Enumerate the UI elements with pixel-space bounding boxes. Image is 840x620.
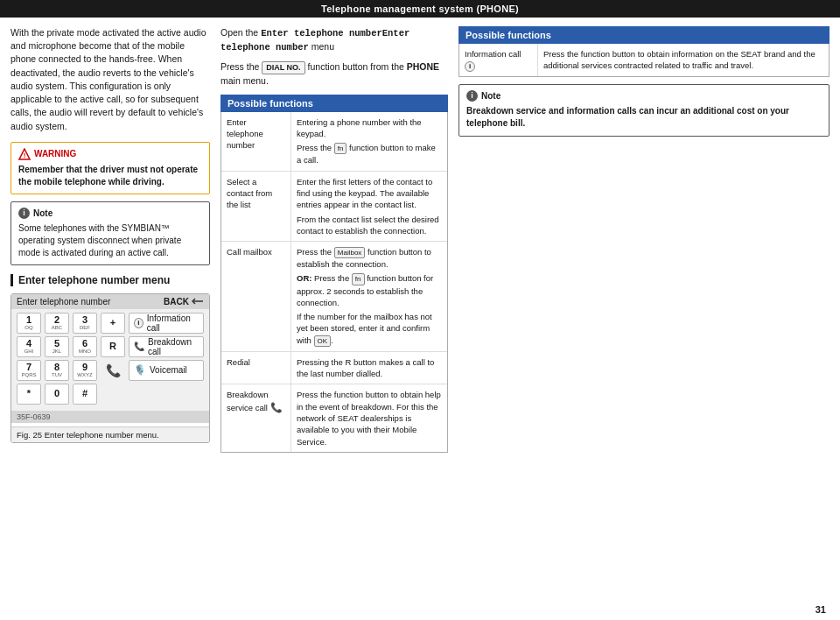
key-7[interactable]: 7PQRS [17, 360, 41, 381]
note-text-left: Some telephones with the SYMBIAN™ operat… [18, 222, 202, 259]
note-label-left: Note [33, 208, 52, 218]
warning-label: WARNING [34, 149, 76, 159]
phone-ui-header: Enter telephone number BACK [11, 294, 209, 309]
voicemail-label: Voicemail [150, 365, 187, 375]
svg-text:📞: 📞 [106, 363, 122, 378]
pf-right-breakdown-svc: Press the function button to obtain help… [291, 384, 447, 451]
pf-row-call-mailbox: Call mailbox Press the Mailbox function … [221, 242, 447, 352]
pf-row-enter-tel: Enter telephone number Entering a phone … [221, 112, 447, 172]
key-6[interactable]: 6MNO [73, 336, 97, 357]
fn-badge-1: fn [334, 143, 347, 154]
warning-header: ! WARNING [18, 148, 202, 160]
phone-call-icon-area: 📞 [101, 360, 125, 381]
keypad-row-2: 4GHI 5JKL 6MNO R 📞 Breakdown call [17, 336, 204, 357]
key-2[interactable]: 2ABC [45, 313, 69, 334]
open-enter-code: Enter telephone number [261, 28, 382, 39]
voicemail-button[interactable]: 🎙️ Voicemail [129, 360, 204, 381]
key-5[interactable]: 5JKL [45, 336, 69, 357]
pf-row-breakdown-svc: Breakdown serv­ice call 📞 Press the func… [221, 384, 447, 451]
key-8[interactable]: 8TUV [45, 360, 69, 381]
pf-right-redial: Pressing the R button makes a call to th… [291, 352, 447, 384]
pf-right-row-info-call: Information call i Press the function bu… [459, 44, 829, 76]
phone-ui-mockup: Enter telephone number BACK 1OQ 2ABC [10, 293, 210, 443]
mid-pf-header: Possible functions [220, 95, 448, 112]
page-number: 31 [816, 604, 826, 615]
note-text-right: Breakdown service and information calls … [466, 105, 822, 130]
key-4[interactable]: 4GHI [17, 336, 41, 357]
page-header: Telephone management system (PHONE) [0, 0, 840, 18]
right-pf-header: Possible functions [458, 26, 830, 44]
left-column: With the private mode activated the acti… [10, 26, 210, 609]
key-star[interactable]: * [17, 384, 41, 405]
note-label-right: Note [481, 91, 500, 101]
pf-right-select-contact: Enter the first letters of the contact t… [291, 172, 447, 241]
pf-left-select-contact: Select a contact from the list [221, 172, 291, 241]
note-icon-left: i [18, 208, 30, 219]
key-3[interactable]: 3DEF [73, 313, 97, 334]
pf-row-select-contact: Select a contact from the list Enter the… [221, 172, 447, 242]
open-enter-menu: menu [312, 41, 334, 52]
phone-ui-back[interactable]: BACK [164, 297, 204, 306]
press-label: Press the [220, 61, 262, 72]
svg-text:!: ! [24, 151, 26, 159]
mid-pf-table: Enter telephone number Entering a phone … [220, 112, 448, 453]
key-9[interactable]: 9WXYZ [73, 360, 97, 381]
pf-right-call-mailbox: Press the Mailbox function button to est… [291, 242, 447, 351]
breakdown-call-button[interactable]: 📞 Breakdown call [129, 336, 204, 357]
warning-text: Remember that the driver must not operat… [18, 164, 202, 188]
right-column: Possible functions Information call i Pr… [458, 26, 830, 609]
ref-code: 35F-0639 [17, 412, 51, 421]
breakdown-call-label: Breakdown call [148, 337, 199, 356]
back-arrow-icon [192, 297, 204, 306]
key-0[interactable]: 0 [45, 384, 69, 405]
call-icon: 📞 [101, 360, 125, 381]
ok-badge: OK [314, 335, 332, 347]
section-title: Enter telephone number menu [10, 274, 210, 286]
mid-column: Open the Enter telephone numberEnter tel… [220, 26, 448, 609]
key-hash[interactable]: # [73, 384, 97, 405]
end-call-area [101, 384, 125, 405]
keypad-row-4: * 0 # [17, 384, 204, 405]
header-title: Telephone management system (PHONE) [321, 4, 519, 14]
open-enter-heading: Open the Enter telephone numberEnter tel… [220, 26, 448, 53]
intro-text: With the private mode activated the acti… [10, 26, 210, 133]
note-icon-right: i [466, 90, 478, 102]
breakdown-call-icon: 📞 [134, 342, 144, 351]
note-header-right: i Note [466, 90, 822, 102]
info-call-button[interactable]: i Information call [129, 313, 204, 334]
pf-left-breakdown-svc: Breakdown serv­ice call 📞 [221, 384, 291, 451]
pf-left-call-mailbox: Call mailbox [221, 242, 291, 351]
info-call-circle-icon: i [465, 61, 475, 72]
pf-right-enter-tel: Entering a phone number with the keypad.… [291, 112, 447, 171]
key-1[interactable]: 1OQ [17, 313, 41, 334]
info-call-label: Information call [147, 314, 199, 333]
note-box-right: i Note Breakdown service and information… [458, 84, 830, 137]
voicemail-icon: 🎙️ [134, 364, 146, 376]
keypad-row-3: 7PQRS 8TUV 9WXYZ 📞 🎙️ Voicemail [17, 360, 204, 381]
pf-left-enter-tel: Enter telephone number [221, 112, 291, 171]
pf-left-redial: Redial [221, 352, 291, 384]
keypad-row-1: 1OQ 2ABC 3DEF + i Information call [17, 313, 204, 334]
dial-no-badge: DIAL NO. [262, 61, 304, 74]
pf-row-redial: Redial Pressing the R button makes a cal… [221, 352, 447, 385]
right-pf-table: Information call i Press the function bu… [458, 44, 830, 77]
key-r[interactable]: R [101, 336, 125, 357]
phone-keypad: 1OQ 2ABC 3DEF + i Information call 4GHI … [11, 309, 209, 411]
warning-triangle-icon: ! [18, 148, 31, 160]
back-label: BACK [164, 297, 189, 306]
note-box-left: i Note Some telephones with the SYMBIAN™… [10, 201, 210, 265]
main-content: With the private mode activated the acti… [0, 18, 840, 615]
info-call-icon: i [134, 318, 144, 328]
key-plus[interactable]: + [101, 313, 125, 334]
page-wrapper: Telephone management system (PHONE) With… [0, 0, 840, 620]
pf-right-right-info-call: Press the function button to obtain info… [538, 44, 829, 76]
press-dial-text: Press the DIAL NO. function button from … [220, 60, 448, 87]
phone-ui-title: Enter telephone number [17, 297, 110, 306]
note-header-left: i Note [18, 208, 202, 219]
warning-box: ! WARNING Remember that the driver must … [10, 142, 210, 194]
mailbox-badge: Mailbox [334, 247, 366, 258]
open-enter-text-before: Open the [220, 27, 258, 38]
pf-right-left-info-call: Information call i [459, 44, 538, 76]
fig-caption: Fig. 25 Enter telephone number menu. [11, 426, 209, 442]
fn-badge-2: fn [352, 273, 365, 285]
